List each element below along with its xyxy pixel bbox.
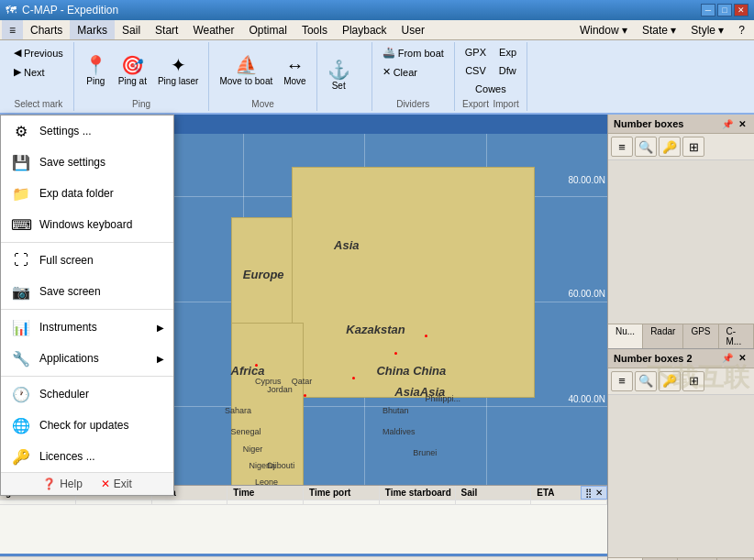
ribbon-btn-ping[interactable]: 📍 Ping	[80, 53, 112, 89]
move-icon: ↔	[285, 56, 304, 74]
panel-tool-grid[interactable]: ⊞	[682, 137, 704, 157]
menu-item-settings[interactable]: ⚙ Settings ...	[1, 115, 173, 147]
menu-item-check-updates[interactable]: 🌐 Check for updates	[1, 410, 173, 441]
panel-close-icon[interactable]: ✕	[736, 117, 748, 130]
panel-content-1	[608, 160, 754, 324]
menu-sail[interactable]: Sail	[115, 20, 148, 39]
menu-style[interactable]: Style ▾	[683, 24, 731, 37]
menu-window[interactable]: Window ▾	[572, 24, 635, 37]
move-to-boat-icon: ⛵	[235, 56, 258, 74]
panel-tab-radar[interactable]: Radar	[643, 324, 683, 348]
maximize-button[interactable]: □	[717, 4, 732, 16]
panel-tool-list[interactable]: ≡	[611, 137, 633, 157]
data-col-time-port: Time port	[304, 486, 380, 500]
menu-user[interactable]: User	[394, 20, 432, 39]
ribbon-group-label-move: Move	[215, 97, 310, 109]
panel-tab-gps[interactable]: GPS	[683, 324, 718, 348]
map-label-asia: Asia	[334, 238, 359, 252]
menu-tools[interactable]: Tools	[294, 20, 335, 39]
exp-data-folder-label: Exp data folder	[39, 187, 114, 200]
data-cell-timestarboard-1	[380, 500, 456, 504]
map-status-bar: V/0 | 83 23.898n 069 02.914w | var56.13°…	[0, 556, 607, 560]
lat-label-40: 40.00.0N	[568, 394, 605, 404]
ribbon-btn-ping-laser[interactable]: ✦ Ping laser	[153, 53, 203, 89]
save-settings-icon: 💾	[10, 151, 32, 173]
menu-state[interactable]: State ▾	[635, 24, 683, 37]
ribbon-btn-move-to-boat[interactable]: ⛵ Move to boat	[215, 53, 277, 89]
drag-handle[interactable]: ⣿	[585, 488, 592, 498]
map-label-sahara: Sahara	[225, 406, 251, 415]
help-label: Help	[60, 478, 83, 490]
app-title: C-MAP - Expedition	[22, 4, 118, 16]
title-bar: 🗺 C-MAP - Expedition ─ □ ✕	[0, 0, 754, 20]
menu-charts[interactable]: Charts	[23, 20, 70, 39]
panel-tab-cm[interactable]: C-M...	[719, 324, 755, 348]
menu-item-licences[interactable]: 🔑 Licences ...	[1, 441, 173, 472]
map-label-phillippi: Phillippi...	[425, 394, 460, 403]
menu-item-scheduler[interactable]: 🕐 Scheduler	[1, 379, 173, 410]
ribbon-btn-previous[interactable]: ◀ Previous	[9, 44, 68, 61]
ribbon-btn-from-boat[interactable]: 🚢 From boat	[378, 44, 449, 61]
data-cell-awa-1	[152, 500, 228, 504]
menu-item-full-screen[interactable]: ⛶ Full screen	[1, 245, 173, 276]
instruments-label: Instruments	[39, 321, 97, 334]
ribbon-group-content-dividers: 🚢 From boat ✕ Clear	[378, 44, 449, 97]
scheduler-icon: 🕐	[10, 383, 32, 405]
data-panel-controls: ⣿ ✕	[581, 486, 607, 500]
ribbon-btn-gpx[interactable]: GPX	[460, 44, 491, 60]
footer-exit-btn[interactable]: ✕ Exit	[101, 478, 132, 490]
exit-icon: ✕	[101, 478, 110, 490]
ribbon-btn-dfw[interactable]: Dfw	[494, 62, 521, 79]
licences-label: Licences ...	[39, 450, 95, 463]
panel-tool-key[interactable]: 🔑	[659, 137, 681, 157]
settings-icon: ⚙	[10, 120, 32, 142]
ribbon-btn-csv[interactable]: CSV	[460, 62, 491, 79]
footer-help-btn[interactable]: ❓ Help	[42, 478, 83, 490]
close-button[interactable]: ✕	[734, 4, 748, 16]
menu-item-save-screen[interactable]: 📷 Save screen	[1, 276, 173, 307]
menu-weather[interactable]: Weather	[185, 20, 241, 39]
panel-content-2: 下载互联	[608, 395, 754, 558]
ribbon-btn-ping-at[interactable]: 🎯 Ping at	[114, 53, 151, 89]
menu-item-windows-keyboard[interactable]: ⌨ Windows keyboard	[1, 209, 173, 240]
menu-item-save-settings[interactable]: 💾 Save settings	[1, 147, 173, 178]
ribbon-group-label-select: Select mark	[9, 97, 68, 109]
exp-data-folder-icon: 📁	[10, 182, 32, 204]
menu-playback[interactable]: Playback	[335, 20, 394, 39]
menu-item-instruments[interactable]: 📊 Instruments ▶	[1, 312, 173, 343]
ribbon-btn-next[interactable]: ▶ Next	[9, 63, 50, 81]
ribbon-group-ping: 📍 Ping 🎯 Ping at ✦ Ping laser Ping	[74, 42, 210, 111]
settings-label: Settings ...	[39, 125, 92, 137]
menu-help[interactable]: ?	[731, 24, 752, 37]
check-updates-icon: 🌐	[10, 414, 32, 436]
ribbon-group-set: ⚓ Set	[317, 42, 372, 111]
ribbon-btn-move[interactable]: ↔ Move	[279, 53, 310, 89]
menu-start[interactable]: Start	[148, 20, 185, 39]
data-row-1	[0, 500, 607, 505]
panel-pin-icon[interactable]: 📌	[721, 117, 734, 130]
ribbon-btn-exp[interactable]: Exp	[494, 44, 521, 60]
menu-app[interactable]: ≡	[2, 20, 23, 39]
set-icon: ⚓	[327, 60, 350, 79]
ribbon-btn-set[interactable]: ⚓ Set	[323, 58, 355, 93]
panel-tool-list-2[interactable]: ≡	[611, 371, 633, 391]
ribbon: ◀ Previous ▶ Next Select mark 📍 Ping 🎯	[0, 40, 754, 115]
menu-optimal[interactable]: Optimal	[242, 20, 294, 39]
data-panel-close[interactable]: ✕	[595, 488, 603, 498]
previous-icon: ◀	[14, 47, 21, 59]
panel-tool-search[interactable]: 🔍	[635, 137, 657, 157]
ribbon-btn-cowes[interactable]: Cowes	[471, 81, 511, 97]
data-cell-twa-1	[76, 500, 152, 504]
menu-item-exp-data-folder[interactable]: 📁 Exp data folder	[1, 178, 173, 209]
data-cell-sail-1	[456, 500, 532, 504]
full-screen-label: Full screen	[39, 254, 94, 267]
menu-item-applications[interactable]: 🔧 Applications ▶	[1, 343, 173, 374]
ribbon-btn-clear[interactable]: ✕ Clear	[378, 63, 422, 81]
data-cell-empty	[0, 500, 76, 504]
menu-marks[interactable]: Marks	[70, 20, 115, 39]
instruments-arrow: ▶	[157, 323, 164, 333]
ribbon-group-content-move: ⛵ Move to boat ↔ Move	[215, 44, 310, 97]
ribbon-group-move: ⛵ Move to boat ↔ Move Move	[209, 42, 316, 111]
minimize-button[interactable]: ─	[701, 4, 715, 16]
panel-tab-nu[interactable]: Nu...	[608, 324, 643, 348]
